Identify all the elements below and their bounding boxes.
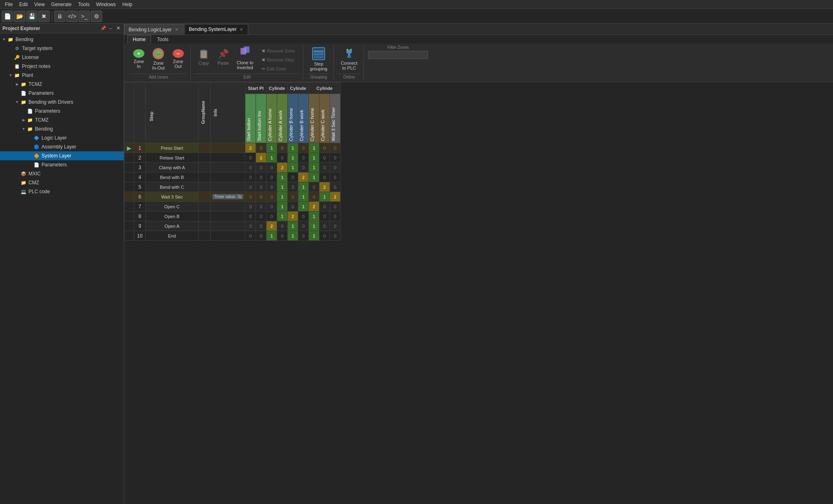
cell-r4-c0[interactable]: 0 xyxy=(245,172,256,182)
cell-r2-c3[interactable]: 0 xyxy=(277,153,287,163)
cell-r3-c0[interactable]: 0 xyxy=(245,163,256,172)
menu-tools[interactable]: Tools xyxy=(75,1,93,8)
ribbon-tab-home[interactable]: Home xyxy=(127,35,151,44)
cell-r10-c5[interactable]: 0 xyxy=(298,231,308,241)
cell-r6-c0[interactable]: 0 xyxy=(245,192,256,202)
cell-r3-c1[interactable]: 0 xyxy=(256,163,266,172)
toolbar-new[interactable]: 📄 xyxy=(2,11,13,22)
cell-r7-c4[interactable]: 0 xyxy=(287,202,298,212)
tree-item-parameters-bending[interactable]: 📄Parameters xyxy=(0,160,124,169)
cell-r2-c8[interactable]: 0 xyxy=(330,153,340,163)
filter-zones-input[interactable] xyxy=(368,51,428,59)
cell-r10-c3[interactable]: 0 xyxy=(277,231,287,241)
row-name-10[interactable]: End xyxy=(146,231,199,241)
cell-r3-c4[interactable]: 1 xyxy=(287,163,298,172)
expand-tcmz[interactable]: ▶ xyxy=(15,82,20,87)
expand-bending-with-drivers[interactable]: ▼ xyxy=(15,100,20,105)
toolbar-save[interactable]: 💾 xyxy=(26,11,37,22)
cell-r8-c1[interactable]: 0 xyxy=(256,212,266,221)
tree-item-target-system[interactable]: ⚙Target system xyxy=(0,44,124,53)
cell-r1-c6[interactable]: 1 xyxy=(308,143,319,153)
cell-r5-c2[interactable]: 0 xyxy=(266,182,277,192)
cell-r7-c1[interactable]: 0 xyxy=(256,202,266,212)
tab-system-layer[interactable]: Bending.SystemLayer ✕ xyxy=(184,24,248,35)
pe-close-btn[interactable]: ✕ xyxy=(115,25,121,32)
toolbar-settings[interactable]: ⚙ xyxy=(91,11,102,22)
row-name-7[interactable]: Open C xyxy=(146,202,199,212)
row-name-3[interactable]: Clamp with A xyxy=(146,163,199,172)
tree-item-mxic[interactable]: 📦MXIC xyxy=(0,169,124,178)
cell-r8-c4[interactable]: 2 xyxy=(287,212,298,221)
cell-r10-c8[interactable]: 0 xyxy=(330,231,340,241)
cell-r4-c7[interactable]: 0 xyxy=(319,172,330,182)
cell-r6-c4[interactable]: 0 xyxy=(287,192,298,202)
cell-r2-c0[interactable]: 0 xyxy=(245,153,256,163)
cell-r4-c8[interactable]: 0 xyxy=(330,172,340,182)
cell-r10-c7[interactable]: 0 xyxy=(319,231,330,241)
cell-r6-c5[interactable]: 1 xyxy=(298,192,308,202)
cell-r6-c3[interactable]: 1 xyxy=(277,192,287,202)
cell-r2-c4[interactable]: 1 xyxy=(287,153,298,163)
toolbar-desktop[interactable]: 🖥 xyxy=(54,11,66,22)
cell-r7-c2[interactable]: 0 xyxy=(266,202,277,212)
menu-windows[interactable]: Windows xyxy=(93,1,119,8)
cell-r1-c8[interactable]: 0 xyxy=(330,143,340,153)
tab-logic-layer[interactable]: Bending.LogicLayer ✕ xyxy=(124,24,184,35)
cell-r10-c2[interactable]: 1 xyxy=(266,231,277,241)
cell-r8-c5[interactable]: 0 xyxy=(298,212,308,221)
cell-r1-c7[interactable]: 0 xyxy=(319,143,330,153)
cell-r4-c4[interactable]: 0 xyxy=(287,172,298,182)
cell-r2-c2[interactable]: 1 xyxy=(266,153,277,163)
expand-plant[interactable]: ▼ xyxy=(8,73,13,78)
cell-r2-c5[interactable]: 0 xyxy=(298,153,308,163)
toolbar-code[interactable]: </> xyxy=(66,11,78,22)
row-name-8[interactable]: Open B xyxy=(146,212,199,221)
cell-r6-c8[interactable]: 2 xyxy=(330,192,340,202)
cell-r3-c2[interactable]: 0 xyxy=(266,163,277,172)
connect-to-plc-button[interactable]: Connectto PLC xyxy=(338,47,360,71)
tree-item-assembly-layer[interactable]: 🔵Assembly Layer xyxy=(0,142,124,151)
cell-r7-c8[interactable]: 0 xyxy=(330,202,340,212)
cell-r9-c0[interactable]: 0 xyxy=(245,221,256,231)
zone-in-button[interactable]: + ZoneIn xyxy=(130,47,148,71)
clone-to-inverted-button[interactable]: Clone toInverted xyxy=(234,45,256,69)
menu-generate[interactable]: Generate xyxy=(48,1,75,8)
cell-r5-c1[interactable]: 0 xyxy=(256,182,266,192)
remove-step-button[interactable]: ✖ Remove Step xyxy=(259,56,300,64)
tree-item-cmz[interactable]: 📁CMZ xyxy=(0,178,124,187)
cell-r1-c0[interactable]: 2 xyxy=(245,143,256,153)
pe-pin-btn[interactable]: 📌 xyxy=(100,25,107,32)
menu-edit[interactable]: Edit xyxy=(16,1,31,8)
cell-r3-c7[interactable]: 0 xyxy=(319,163,330,172)
cell-r4-c6[interactable]: 1 xyxy=(308,172,319,182)
tree-item-plc-code[interactable]: 💻PLC code xyxy=(0,187,124,196)
tree-item-bending[interactable]: ▼📁Bending xyxy=(0,35,124,44)
cell-r7-c6[interactable]: 2 xyxy=(308,202,319,212)
cell-r3-c3[interactable]: 2 xyxy=(277,163,287,172)
tree-item-parameters-plant[interactable]: 📄Parameters xyxy=(0,89,124,98)
cell-r4-c2[interactable]: 0 xyxy=(266,172,277,182)
cell-r8-c8[interactable]: 0 xyxy=(330,212,340,221)
step-grouping-button[interactable]: Stepgrouping xyxy=(307,47,330,71)
cell-r1-c2[interactable]: 1 xyxy=(266,143,277,153)
row-name-6[interactable]: Wait 3 Sec xyxy=(146,192,199,202)
expand-bending-node[interactable]: ▼ xyxy=(21,127,26,131)
cell-r9-c5[interactable]: 0 xyxy=(298,221,308,231)
cell-r6-c6[interactable]: 0 xyxy=(308,192,319,202)
cell-r9-c8[interactable]: 0 xyxy=(330,221,340,231)
cell-r4-c1[interactable]: 0 xyxy=(256,172,266,182)
menu-view[interactable]: View xyxy=(31,1,48,8)
ribbon-tab-tools[interactable]: Tools xyxy=(152,35,174,44)
cell-r5-c6[interactable]: 0 xyxy=(308,182,319,192)
cell-r9-c6[interactable]: 1 xyxy=(308,221,319,231)
tree-item-bending-with-drivers[interactable]: ▼📁Bending with Drivers xyxy=(0,98,124,107)
cell-r7-c3[interactable]: 1 xyxy=(277,202,287,212)
cell-r7-c7[interactable]: 0 xyxy=(319,202,330,212)
remove-zone-button[interactable]: ✖ Remove Zone xyxy=(259,47,300,55)
cell-r2-c7[interactable]: 0 xyxy=(319,153,330,163)
tree-item-parameters-bwd[interactable]: 📄Parameters xyxy=(0,107,124,116)
menu-file[interactable]: File xyxy=(2,1,16,8)
cell-r2-c1[interactable]: 2 xyxy=(256,153,266,163)
cell-r9-c7[interactable]: 0 xyxy=(319,221,330,231)
toolbar-terminal[interactable]: >_ xyxy=(79,11,90,22)
